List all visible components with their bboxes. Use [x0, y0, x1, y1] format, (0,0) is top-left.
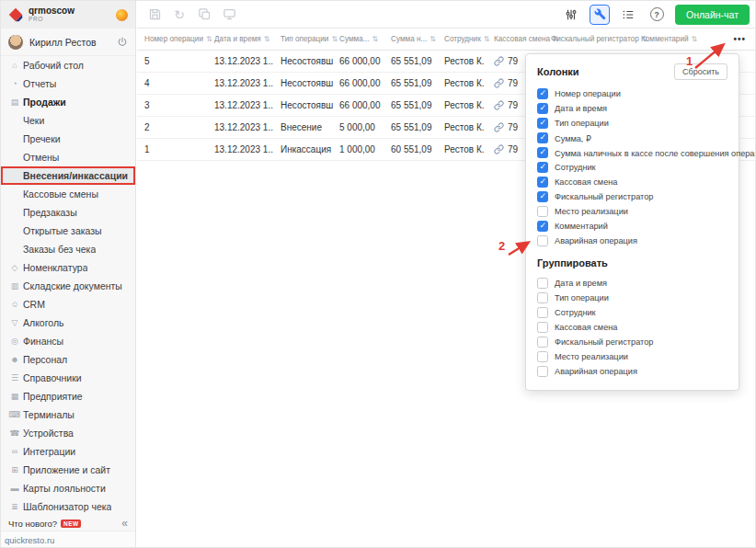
sidebar-item[interactable]: ◎ Финансы	[1, 332, 135, 350]
column-toggle-row[interactable]: Место реализации	[537, 206, 727, 217]
checkbox[interactable]	[537, 235, 548, 246]
sidebar-item[interactable]: ≣ Шаблонизатор чека	[1, 497, 135, 516]
checkbox[interactable]	[537, 292, 548, 303]
whats-new-label[interactable]: Что нового?	[8, 519, 57, 529]
group-toggle-row[interactable]: Кассовая смена	[537, 322, 727, 333]
sidebar-item[interactable]: ☎ Устройства	[1, 424, 135, 442]
group-section-title: Группировать	[537, 257, 727, 268]
group-toggle-row[interactable]: Фискальный регистратор	[537, 337, 727, 348]
column-toggle-row[interactable]: Дата и время	[537, 103, 727, 114]
column-toggle-row[interactable]: Номер операции	[537, 88, 727, 99]
column-header[interactable]: Дата и время ⇅	[207, 35, 273, 43]
checkbox[interactable]	[537, 278, 548, 289]
sidebar-item[interactable]: Заказы без чека	[1, 240, 135, 258]
sidebar-item[interactable]: ☻ Персонал	[1, 350, 135, 369]
sidebar-item[interactable]: ▦ Предприятие	[1, 387, 135, 405]
group-toggle-row[interactable]: Дата и время	[537, 278, 727, 289]
sidebar-item[interactable]: ◔ Отчеты	[1, 74, 135, 93]
sidebar-item[interactable]: ◇ Номенклатура	[1, 258, 135, 277]
filters-button[interactable]	[561, 5, 581, 25]
sidebar-item[interactable]: ☺ CRM	[1, 295, 135, 314]
cell-sum: 5 000,00	[334, 117, 385, 138]
monitor-icon	[223, 7, 236, 21]
checkbox[interactable]	[537, 132, 548, 143]
sidebar-item[interactable]: ☰ Справочники	[1, 369, 135, 387]
sidebar-item-icon: ⌂	[6, 61, 23, 70]
sidebar-item[interactable]: ∞ Интеграции	[1, 442, 135, 461]
checkbox[interactable]	[537, 322, 548, 333]
list-view-button[interactable]	[618, 5, 638, 25]
save-button[interactable]	[144, 5, 165, 25]
sidebar-item[interactable]: Внесения/инкассации	[1, 166, 135, 185]
quickresto-link[interactable]: quickresto.ru	[5, 535, 54, 545]
group-toggle-row[interactable]: Тип операции	[537, 292, 727, 303]
copy-button[interactable]	[194, 5, 214, 25]
help-button[interactable]: ?	[647, 5, 667, 25]
checkbox[interactable]	[537, 191, 548, 202]
table-more-button[interactable]: •••	[733, 34, 756, 44]
online-chat-button[interactable]: Онлайн-чат	[675, 5, 750, 25]
column-header[interactable]: Комментарий ⇅	[634, 35, 697, 43]
cell-cash-after: 65 551,09	[385, 117, 437, 138]
user-row[interactable]: Кирилл Рестов	[1, 29, 135, 56]
checkbox[interactable]	[537, 221, 548, 232]
sort-icon[interactable]: ⇅	[372, 35, 379, 43]
refresh-button[interactable]: ↻	[169, 5, 189, 25]
column-toggle-row[interactable]: Комментарий	[537, 221, 727, 232]
sidebar-item[interactable]: ▽ Алкоголь	[1, 314, 135, 332]
checkbox[interactable]	[537, 206, 548, 217]
column-toggle-row[interactable]: Сумма, ₽	[537, 132, 727, 143]
sidebar-item[interactable]: Пречеки	[1, 130, 135, 148]
column-header[interactable]: Тип операции ⇅	[273, 35, 334, 43]
column-header[interactable]: Сумма... ⇅	[334, 35, 385, 43]
sidebar-item[interactable]: Кассовые смены	[1, 185, 135, 203]
column-toggle-row[interactable]: Сумма наличных в кассе после совершения …	[537, 147, 727, 158]
theme-color-icon[interactable]	[116, 9, 128, 21]
column-header[interactable]: Номер операции ⇅	[137, 35, 207, 43]
sidebar-item[interactable]: ▤ Продажи	[1, 93, 135, 111]
cell-sum: 66 000,00	[334, 73, 385, 94]
checkbox[interactable]	[537, 351, 548, 362]
column-toggle-row[interactable]: Тип операции	[537, 118, 727, 129]
sidebar-item[interactable]: ▬ Карты лояльности	[1, 479, 135, 497]
sidebar-item[interactable]: Открытые заказы	[1, 222, 135, 240]
checkbox[interactable]	[537, 88, 548, 99]
whats-new-row[interactable]: Что нового? NEW «	[1, 516, 135, 531]
checkbox[interactable]	[537, 118, 548, 129]
sort-icon[interactable]: ⇅	[264, 35, 270, 43]
group-toggle-row[interactable]: Место реализации	[537, 351, 727, 362]
checkbox[interactable]	[537, 366, 548, 377]
group-toggle-row[interactable]: Сотрудник	[537, 307, 727, 318]
sidebar-item[interactable]: ⊞ Приложение и сайт	[1, 461, 135, 479]
checkbox[interactable]	[537, 147, 548, 158]
sidebar-item[interactable]: Предзаказы	[1, 203, 135, 222]
logout-icon[interactable]	[117, 37, 128, 48]
sidebar-item[interactable]: ⌂ Рабочий стол	[1, 56, 135, 74]
sidebar-item[interactable]: ▥ Складские документы	[1, 277, 135, 295]
collapse-sidebar-button[interactable]: «	[121, 517, 128, 530]
checkbox[interactable]	[537, 103, 548, 114]
column-toggle-row[interactable]: Аварийная операция	[537, 235, 727, 246]
column-header[interactable]: Фискальный регистратор ⇅	[544, 35, 634, 43]
sort-icon[interactable]: ⇅	[692, 35, 698, 43]
sidebar-item[interactable]: Отмены	[1, 148, 135, 166]
sidebar-item[interactable]: Чеки	[1, 111, 135, 130]
checkbox[interactable]	[537, 337, 548, 348]
column-header[interactable]: Сумма н... ⇅	[385, 35, 437, 43]
column-toggle-row[interactable]: Фискальный регистратор	[537, 191, 727, 202]
checkbox[interactable]	[537, 307, 548, 318]
checkbox[interactable]	[537, 177, 548, 188]
display-button[interactable]	[219, 5, 239, 25]
column-header[interactable]: Кассовая смена ⇅	[487, 35, 544, 43]
cell-shift-number: 79	[508, 100, 518, 110]
sort-icon[interactable]: ⇅	[430, 35, 436, 43]
sidebar-item[interactable]: ⌨ Терминалы	[1, 405, 135, 424]
reset-columns-button[interactable]: Сбросить	[674, 63, 727, 80]
checkbox-label: Аварийная операция	[555, 367, 637, 376]
column-toggle-row[interactable]: Кассовая смена	[537, 177, 727, 188]
checkbox[interactable]	[537, 162, 548, 173]
column-header[interactable]: Сотрудник ⇅	[437, 35, 487, 43]
table-settings-button[interactable]	[590, 5, 610, 25]
group-toggle-row[interactable]: Аварийная операция	[537, 366, 727, 377]
column-toggle-row[interactable]: Сотрудник	[537, 162, 727, 173]
